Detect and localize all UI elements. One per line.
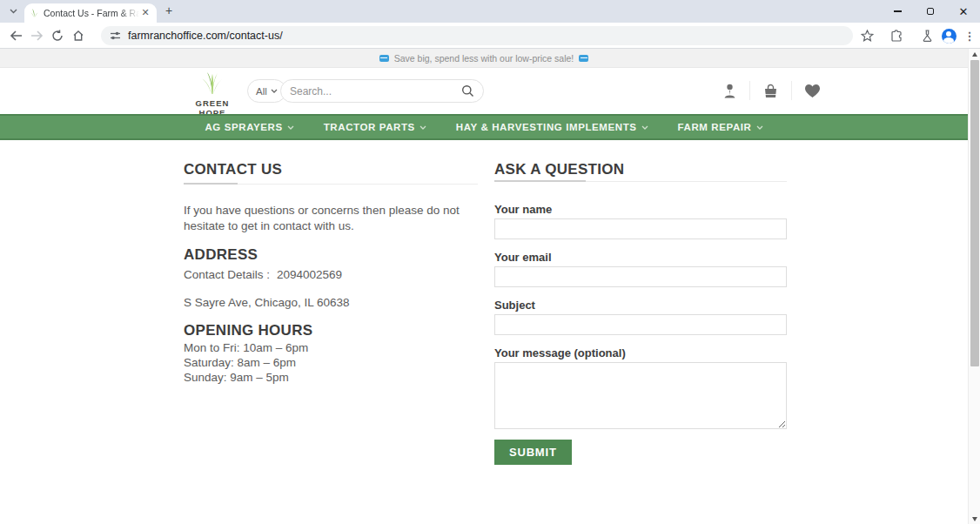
back-button[interactable]: [7, 27, 24, 44]
hours-saturday: Saturday: 8am – 6pm: [184, 358, 478, 367]
promo-text: Save big, spend less with our low-price …: [394, 53, 574, 64]
search-category-label: All: [256, 86, 267, 97]
scrollbar-thumb[interactable]: [970, 60, 980, 366]
chevron-down-icon: [641, 125, 648, 130]
tab-close-icon[interactable]: ✕: [139, 7, 151, 19]
nav-item-tractor-parts[interactable]: TRACTOR PARTS: [324, 122, 426, 132]
cart-button[interactable]: [750, 83, 791, 99]
section-divider: [494, 180, 787, 182]
credit-card-icon: [579, 55, 588, 62]
section-divider: [184, 183, 478, 185]
minimize-icon: [894, 10, 902, 11]
reload-button[interactable]: [49, 27, 66, 44]
restore-icon: [927, 8, 934, 15]
chevron-down-icon: [271, 89, 278, 93]
triangle-down-icon: [972, 517, 977, 521]
home-button[interactable]: [70, 27, 87, 44]
contact-details-line: Contact Details :2094002569: [184, 268, 478, 281]
tab-strip: Contact Us - Farm & Ranch po ✕ + ✕: [0, 0, 980, 23]
close-button[interactable]: ✕: [947, 0, 980, 23]
email-field[interactable]: [494, 266, 787, 287]
chevron-down-icon: [756, 125, 763, 130]
account-icon: [722, 83, 737, 99]
browser-window: Contact Us - Farm & Ranch po ✕ + ✕: [0, 0, 980, 524]
nav-label: TRACTOR PARTS: [324, 122, 415, 132]
phone-number: 2094002569: [277, 268, 342, 281]
nav-label: FARM REPAIR: [678, 122, 752, 132]
profile-avatar: [942, 29, 957, 44]
search-bar: [280, 79, 484, 103]
promo-banner: Save big, spend less with our low-price …: [0, 49, 968, 68]
star-icon: [861, 30, 874, 42]
scroll-up-button[interactable]: [969, 49, 980, 59]
nav-item-hay-harvesting[interactable]: HAY & HARVESTING IMPLEMENTS: [456, 122, 648, 132]
home-icon: [72, 30, 84, 42]
name-field[interactable]: [494, 218, 787, 239]
hours-weekday: Mon to Fri: 10am – 6pm: [184, 343, 478, 353]
browser-tab[interactable]: Contact Us - Farm & Ranch po ✕: [24, 3, 157, 23]
minimize-button[interactable]: [881, 0, 914, 23]
menu-button[interactable]: ⋮: [961, 27, 978, 44]
ask-question-section: ASK A QUESTION Your name Your email Subj…: [494, 162, 787, 465]
extensions-button[interactable]: [888, 27, 905, 44]
chevron-down-icon: [287, 125, 294, 130]
grass-logo-icon: [197, 71, 228, 94]
site-settings-icon: [110, 30, 121, 41]
close-icon: ✕: [959, 6, 969, 17]
three-dots-icon: ⋮: [964, 30, 976, 43]
scroll-down-button[interactable]: [969, 514, 980, 524]
forward-arrow-icon: [30, 30, 44, 41]
window-controls: ✕: [881, 0, 980, 23]
url-text: farmranchoffice.com/contact-us/: [128, 30, 283, 42]
shopping-bag-icon: [762, 83, 779, 99]
header-action-icons: [710, 77, 833, 104]
heart-icon: [804, 84, 821, 98]
hours-sunday: Sunday: 9am – 5pm: [184, 373, 478, 382]
browser-toolbar: farmranchoffice.com/contact-us/ ⋮: [0, 23, 980, 49]
nav-label: HAY & HARVESTING IMPLEMENTS: [456, 122, 637, 132]
subject-label: Subject: [494, 299, 787, 312]
forward-button[interactable]: [28, 27, 45, 44]
contact-intro-text: If you have questions or concerns then p…: [184, 203, 478, 233]
flask-icon: [922, 30, 933, 42]
nav-label: AG SPRAYERS: [205, 122, 282, 132]
new-tab-button[interactable]: +: [162, 4, 176, 18]
subject-field[interactable]: [494, 314, 787, 335]
wishlist-button[interactable]: [792, 84, 833, 98]
message-label: Your message (optional): [494, 346, 787, 359]
reload-icon: [51, 30, 64, 42]
ask-question-title: ASK A QUESTION: [494, 162, 787, 177]
restore-button[interactable]: [914, 0, 947, 23]
message-field[interactable]: [494, 362, 787, 429]
vertical-scrollbar[interactable]: [968, 49, 980, 524]
triangle-up-icon: [972, 52, 977, 57]
name-label: Your name: [494, 203, 787, 216]
submit-button[interactable]: SUBMIT: [494, 440, 572, 465]
credit-card-icon: [379, 55, 389, 62]
account-button[interactable]: [710, 83, 749, 99]
search-icon[interactable]: [461, 84, 474, 97]
email-label: Your email: [494, 251, 787, 264]
contact-info-section: CONTACT US If you have questions or conc…: [184, 162, 478, 382]
chevron-down-icon: [10, 9, 17, 14]
contact-details-label: Contact Details :: [184, 268, 270, 281]
main-navigation: AG SPRAYERS TRACTOR PARTS HAY & HARVESTI…: [0, 114, 968, 140]
street-address: S Sayre Ave, Chicago, IL 60638: [184, 296, 478, 309]
tab-search-button[interactable]: [5, 4, 21, 18]
page-content: Save big, spend less with our low-price …: [0, 49, 968, 524]
chevron-down-icon: [420, 125, 426, 130]
labs-button[interactable]: [918, 27, 936, 44]
profile-button[interactable]: [940, 27, 957, 44]
bookmark-button[interactable]: [858, 27, 876, 44]
extensions-puzzle-icon: [890, 30, 903, 42]
nav-item-ag-sprayers[interactable]: AG SPRAYERS: [205, 122, 293, 132]
opening-hours-title: OPENING HOURS: [184, 323, 478, 338]
url-bar[interactable]: farmranchoffice.com/contact-us/: [101, 26, 853, 45]
nav-item-farm-repair[interactable]: FARM REPAIR: [678, 122, 763, 132]
site-favicon-leaf-icon: [30, 8, 39, 18]
contact-us-title: CONTACT US: [184, 162, 478, 177]
search-input[interactable]: [290, 85, 461, 97]
site-header: GREEN HOPE PROJECT All: [0, 68, 968, 114]
address-title: ADDRESS: [184, 247, 478, 262]
back-arrow-icon: [10, 30, 23, 41]
